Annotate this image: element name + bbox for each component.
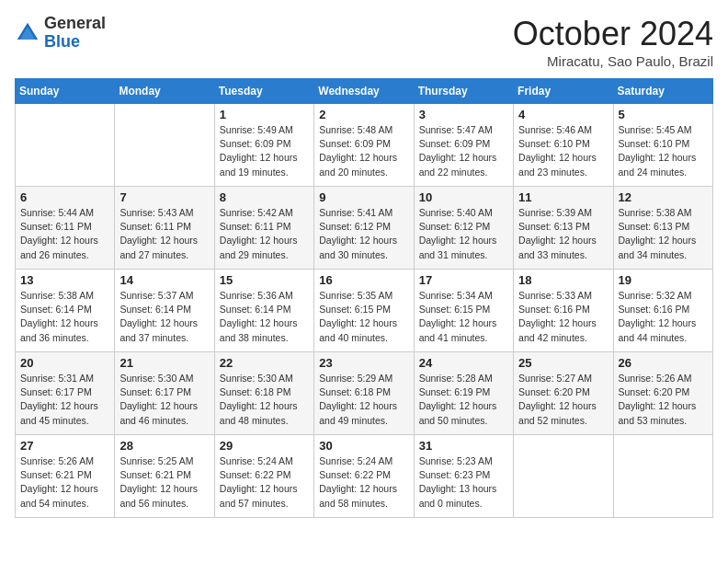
day-info: Sunrise: 5:27 AM Sunset: 6:20 PM Dayligh… [518, 372, 608, 428]
day-number: 21 [119, 356, 209, 370]
day-info: Sunrise: 5:25 AM Sunset: 6:21 PM Dayligh… [119, 454, 209, 511]
day-info: Sunrise: 5:26 AM Sunset: 6:20 PM Dayligh… [619, 372, 708, 428]
day-info: Sunrise: 5:40 AM Sunset: 6:12 PM Dayligh… [419, 206, 508, 262]
day-number: 30 [319, 439, 408, 453]
day-info: Sunrise: 5:24 AM Sunset: 6:22 PM Dayligh… [220, 454, 309, 511]
calendar-body: 1Sunrise: 5:49 AM Sunset: 6:09 PM Daylig… [16, 104, 713, 518]
day-number: 6 [20, 190, 109, 204]
day-number: 31 [419, 439, 508, 453]
day-number: 23 [319, 356, 408, 370]
day-info: Sunrise: 5:26 AM Sunset: 6:21 PM Dayligh… [20, 454, 109, 511]
day-info: Sunrise: 5:35 AM Sunset: 6:15 PM Dayligh… [319, 289, 408, 345]
calendar-cell: 14Sunrise: 5:37 AM Sunset: 6:14 PM Dayli… [115, 270, 214, 352]
calendar-week-row: 27Sunrise: 5:26 AM Sunset: 6:21 PM Dayli… [16, 435, 713, 518]
calendar-cell [16, 104, 115, 187]
calendar-cell: 29Sunrise: 5:24 AM Sunset: 6:22 PM Dayli… [214, 435, 313, 518]
weekday-header: Wednesday [314, 79, 414, 104]
calendar-header: SundayMondayTuesdayWednesdayThursdayFrid… [16, 79, 713, 104]
calendar-cell: 24Sunrise: 5:28 AM Sunset: 6:19 PM Dayli… [414, 352, 513, 435]
day-number: 14 [119, 273, 209, 287]
day-number: 2 [319, 108, 408, 121]
calendar-table: SundayMondayTuesdayWednesdayThursdayFrid… [15, 78, 713, 518]
calendar-week-row: 20Sunrise: 5:31 AM Sunset: 6:17 PM Dayli… [16, 352, 713, 435]
calendar-cell: 2Sunrise: 5:48 AM Sunset: 6:09 PM Daylig… [314, 104, 414, 187]
calendar-cell: 1Sunrise: 5:49 AM Sunset: 6:09 PM Daylig… [214, 104, 313, 187]
calendar-week-row: 13Sunrise: 5:38 AM Sunset: 6:14 PM Dayli… [16, 270, 713, 352]
day-info: Sunrise: 5:42 AM Sunset: 6:11 PM Dayligh… [220, 206, 309, 262]
day-info: Sunrise: 5:23 AM Sunset: 6:23 PM Dayligh… [419, 454, 508, 511]
day-number: 9 [319, 190, 408, 204]
day-number: 18 [518, 273, 608, 287]
day-info: Sunrise: 5:49 AM Sunset: 6:09 PM Dayligh… [220, 123, 309, 179]
day-number: 7 [119, 190, 209, 204]
calendar-cell: 13Sunrise: 5:38 AM Sunset: 6:14 PM Dayli… [16, 270, 115, 352]
day-info: Sunrise: 5:36 AM Sunset: 6:14 PM Dayligh… [220, 289, 309, 345]
day-number: 20 [20, 356, 109, 370]
day-info: Sunrise: 5:45 AM Sunset: 6:10 PM Dayligh… [619, 123, 708, 179]
calendar-cell: 6Sunrise: 5:44 AM Sunset: 6:11 PM Daylig… [16, 187, 115, 270]
day-number: 16 [319, 273, 408, 287]
calendar-cell: 30Sunrise: 5:24 AM Sunset: 6:22 PM Dayli… [314, 435, 414, 518]
day-info: Sunrise: 5:31 AM Sunset: 6:17 PM Dayligh… [20, 372, 109, 428]
weekday-header: Saturday [613, 79, 712, 104]
day-info: Sunrise: 5:48 AM Sunset: 6:09 PM Dayligh… [319, 123, 408, 179]
logo: General Blue [15, 15, 106, 52]
day-info: Sunrise: 5:30 AM Sunset: 6:17 PM Dayligh… [119, 372, 209, 428]
day-info: Sunrise: 5:43 AM Sunset: 6:11 PM Dayligh… [119, 206, 209, 262]
calendar-cell: 7Sunrise: 5:43 AM Sunset: 6:11 PM Daylig… [115, 187, 214, 270]
calendar-cell: 3Sunrise: 5:47 AM Sunset: 6:09 PM Daylig… [414, 104, 513, 187]
title-block: October 2024 Miracatu, Sao Paulo, Brazil [513, 15, 713, 69]
calendar-cell: 10Sunrise: 5:40 AM Sunset: 6:12 PM Dayli… [414, 187, 513, 270]
weekday-header: Friday [514, 79, 613, 104]
calendar-cell: 9Sunrise: 5:41 AM Sunset: 6:12 PM Daylig… [314, 187, 414, 270]
day-number: 17 [419, 273, 508, 287]
calendar-cell: 5Sunrise: 5:45 AM Sunset: 6:10 PM Daylig… [613, 104, 712, 187]
calendar-cell: 4Sunrise: 5:46 AM Sunset: 6:10 PM Daylig… [514, 104, 613, 187]
logo-text: General Blue [44, 15, 106, 52]
calendar-cell: 21Sunrise: 5:30 AM Sunset: 6:17 PM Dayli… [115, 352, 214, 435]
calendar-cell: 8Sunrise: 5:42 AM Sunset: 6:11 PM Daylig… [214, 187, 313, 270]
day-number: 22 [220, 356, 309, 370]
day-info: Sunrise: 5:46 AM Sunset: 6:10 PM Dayligh… [518, 123, 608, 179]
day-info: Sunrise: 5:29 AM Sunset: 6:18 PM Dayligh… [319, 372, 408, 428]
day-info: Sunrise: 5:39 AM Sunset: 6:13 PM Dayligh… [518, 206, 608, 262]
day-number: 8 [220, 190, 309, 204]
day-number: 5 [619, 108, 708, 121]
location: Miracatu, Sao Paulo, Brazil [513, 53, 713, 69]
day-info: Sunrise: 5:38 AM Sunset: 6:14 PM Dayligh… [20, 289, 109, 345]
calendar-cell [613, 435, 712, 518]
calendar-cell: 12Sunrise: 5:38 AM Sunset: 6:13 PM Dayli… [613, 187, 712, 270]
day-info: Sunrise: 5:33 AM Sunset: 6:16 PM Dayligh… [518, 289, 608, 345]
calendar-cell: 26Sunrise: 5:26 AM Sunset: 6:20 PM Dayli… [613, 352, 712, 435]
day-info: Sunrise: 5:44 AM Sunset: 6:11 PM Dayligh… [20, 206, 109, 262]
calendar-cell: 25Sunrise: 5:27 AM Sunset: 6:20 PM Dayli… [514, 352, 613, 435]
calendar-cell: 23Sunrise: 5:29 AM Sunset: 6:18 PM Dayli… [314, 352, 414, 435]
weekday-header: Thursday [414, 79, 513, 104]
weekday-header: Sunday [16, 79, 115, 104]
day-number: 29 [220, 439, 309, 453]
day-info: Sunrise: 5:32 AM Sunset: 6:16 PM Dayligh… [619, 289, 708, 345]
weekday-header: Monday [115, 79, 214, 104]
day-info: Sunrise: 5:41 AM Sunset: 6:12 PM Dayligh… [319, 206, 408, 262]
day-number: 24 [419, 356, 508, 370]
calendar-cell: 19Sunrise: 5:32 AM Sunset: 6:16 PM Dayli… [613, 270, 712, 352]
day-info: Sunrise: 5:37 AM Sunset: 6:14 PM Dayligh… [119, 289, 209, 345]
calendar-week-row: 6Sunrise: 5:44 AM Sunset: 6:11 PM Daylig… [16, 187, 713, 270]
day-number: 25 [518, 356, 608, 370]
calendar-cell: 18Sunrise: 5:33 AM Sunset: 6:16 PM Dayli… [514, 270, 613, 352]
page-header: General Blue October 2024 Miracatu, Sao … [15, 15, 713, 69]
day-number: 13 [20, 273, 109, 287]
day-info: Sunrise: 5:30 AM Sunset: 6:18 PM Dayligh… [220, 372, 309, 428]
calendar-week-row: 1Sunrise: 5:49 AM Sunset: 6:09 PM Daylig… [16, 104, 713, 187]
calendar-cell [115, 104, 214, 187]
calendar-cell: 22Sunrise: 5:30 AM Sunset: 6:18 PM Dayli… [214, 352, 313, 435]
calendar-cell: 27Sunrise: 5:26 AM Sunset: 6:21 PM Dayli… [16, 435, 115, 518]
day-info: Sunrise: 5:24 AM Sunset: 6:22 PM Dayligh… [319, 454, 408, 511]
day-info: Sunrise: 5:28 AM Sunset: 6:19 PM Dayligh… [419, 372, 508, 428]
logo-icon [15, 20, 40, 46]
day-number: 28 [119, 439, 209, 453]
day-number: 26 [619, 356, 708, 370]
day-info: Sunrise: 5:38 AM Sunset: 6:13 PM Dayligh… [619, 206, 708, 262]
day-info: Sunrise: 5:47 AM Sunset: 6:09 PM Dayligh… [419, 123, 508, 179]
day-info: Sunrise: 5:34 AM Sunset: 6:15 PM Dayligh… [419, 289, 508, 345]
